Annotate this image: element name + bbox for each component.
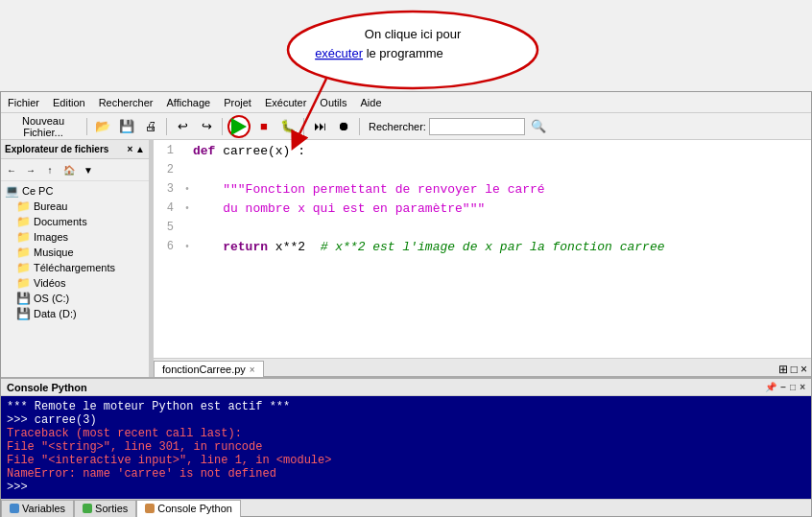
editor-tab-fonctioncarree[interactable]: fonctionCarree.py × <box>154 361 264 377</box>
menubar: Fichier Edition Rechercher Affichage Pro… <box>1 92 811 113</box>
tree-item-osc[interactable]: 💾 OS (C:) <box>3 291 147 306</box>
bottom-tab-console-python[interactable]: Console Python <box>136 500 241 517</box>
line-number-5: 5 <box>157 221 181 234</box>
folder-icon-documents: 📁 <box>16 215 31 228</box>
redo-button[interactable]: ↪ <box>196 116 217 137</box>
content-area: Explorateur de fichiers × ▲ ← → ↑ 🏠 ▼ 💻 … <box>1 140 811 377</box>
console-python-tab-label: Console Python <box>157 503 232 514</box>
drive-icon-c: 💾 <box>16 292 31 305</box>
svg-point-0 <box>288 12 537 88</box>
console-title: Console Python <box>7 382 87 393</box>
editor-close-button[interactable]: × <box>800 363 807 376</box>
sidebar-filter-button[interactable]: ▼ <box>80 161 97 178</box>
tree-label-videos: Vidéos <box>34 277 65 289</box>
tree-item-bureau[interactable]: 📁 Bureau <box>3 199 147 214</box>
sorties-tab-icon <box>83 504 92 513</box>
toolbar-separator-4 <box>303 118 304 135</box>
search-go-button[interactable]: 🔍 <box>528 116 549 137</box>
undo-button[interactable]: ↩ <box>172 116 193 137</box>
bottom-tab-variables[interactable]: Variables <box>1 500 74 517</box>
menu-edition[interactable]: Edition <box>50 97 88 108</box>
code-line-1: 1 def carree(x) : <box>154 144 811 163</box>
menu-aide[interactable]: Aide <box>357 97 384 108</box>
sorties-tab-label: Sorties <box>95 503 128 514</box>
stop-button[interactable]: ■ <box>253 116 275 137</box>
console-area: Console Python 📌 − □ × *** Remote le mot… <box>1 377 811 516</box>
code-line-2: 2 <box>154 163 811 182</box>
console-content[interactable]: *** Remote le moteur Python est actif **… <box>1 396 811 499</box>
breakpoint-button[interactable]: ⏺ <box>333 116 354 137</box>
line-dot-5 <box>181 221 193 223</box>
folder-icon-bureau: 📁 <box>16 200 31 213</box>
tree-item-images[interactable]: 📁 Images <box>3 229 147 245</box>
tree-label-osc: OS (C:) <box>34 293 69 304</box>
search-input[interactable] <box>429 118 525 135</box>
run-button[interactable] <box>227 115 251 138</box>
tree-item-videos[interactable]: 📁 Vidéos <box>3 275 147 291</box>
console-pin-button[interactable]: 📌 <box>765 382 776 392</box>
console-header: Console Python 📌 − □ × <box>1 379 811 396</box>
toolbar-separator-5 <box>359 118 360 135</box>
menu-projet[interactable]: Projet <box>221 97 254 108</box>
sidebar-forward-button[interactable]: → <box>22 161 39 178</box>
tree-label-documents: Documents <box>34 216 87 227</box>
computer-icon: 💻 <box>5 184 19 198</box>
editor-split-button[interactable]: ⊞ <box>778 363 788 376</box>
sidebar-back-button[interactable]: ← <box>3 161 20 178</box>
run-icon <box>231 118 247 135</box>
console-close-button[interactable]: × <box>800 382 805 392</box>
open-button[interactable]: 📂 <box>92 116 113 137</box>
editor-maximize-button[interactable]: □ <box>791 363 798 376</box>
sidebar-home-button[interactable]: 🏠 <box>60 161 78 178</box>
editor-tab-bar: fonctionCarree.py × ⊞ □ × <box>154 358 811 377</box>
svg-text:exécuter
     le programme: exécuter le programme <box>315 46 443 60</box>
code-line-4: 4 • du nombre x qui est en paramètre""" <box>154 201 811 221</box>
tree-item-musique[interactable]: 📁 Musique <box>3 245 147 260</box>
file-explorer-sidebar: Explorateur de fichiers × ▲ ← → ↑ 🏠 ▼ 💻 … <box>1 140 150 377</box>
bottom-tab-sorties[interactable]: Sorties <box>74 500 136 517</box>
line-number-3: 3 <box>157 182 181 196</box>
sidebar-close-button[interactable]: × ▲ <box>127 144 145 154</box>
menu-affichage[interactable]: Affichage <box>164 97 214 108</box>
ide-window: Fichier Edition Rechercher Affichage Pro… <box>0 91 812 517</box>
line-dot-2 <box>181 163 193 165</box>
toolbar-separator-1 <box>86 118 87 135</box>
code-text-3: """Fonction permettant de renvoyer le ca… <box>193 182 807 197</box>
editor-tab-label: fonctionCarree.py <box>162 364 246 375</box>
tree-label-ce-pc: Ce PC <box>22 185 53 197</box>
editor-tab-close[interactable]: × <box>250 364 255 375</box>
console-minimize-button[interactable]: − <box>780 382 786 392</box>
tree-item-telechargements[interactable]: 📁 Téléchargements <box>3 260 147 275</box>
toolbar-separator-3 <box>222 118 223 135</box>
sidebar-toolbar: ← → ↑ 🏠 ▼ <box>1 159 149 181</box>
console-line-4: File "<string>", line 301, in runcode <box>7 440 805 454</box>
line-number-6: 6 <box>157 240 181 253</box>
tree-item-documents[interactable]: 📁 Documents <box>3 214 147 229</box>
step-button[interactable]: ⏭ <box>309 116 330 137</box>
console-header-icons: 📌 − □ × <box>765 382 805 392</box>
line-number-4: 4 <box>157 201 181 215</box>
line-number-1: 1 <box>157 144 181 157</box>
variables-tab-icon <box>10 504 19 513</box>
folder-icon-images: 📁 <box>16 230 31 244</box>
menu-fichier[interactable]: Fichier <box>5 97 42 108</box>
tree-item-datad[interactable]: 💾 Data (D:) <box>3 306 147 321</box>
sidebar-title: Explorateur de fichiers <box>5 144 108 154</box>
console-python-tab-icon <box>145 504 155 513</box>
line-dot-4: • <box>181 201 193 214</box>
debug-button[interactable]: 🐛 <box>277 116 299 137</box>
folder-icon-videos: 📁 <box>16 276 31 290</box>
console-maximize-button[interactable]: □ <box>790 382 796 392</box>
save-button[interactable]: 💾 <box>116 116 137 137</box>
search-label: Rechercher: <box>369 121 426 132</box>
print-button[interactable]: 🖨 <box>140 116 161 137</box>
sidebar-up-button[interactable]: ↑ <box>41 161 59 178</box>
new-file-button[interactable]: Nouveau Fichier... <box>5 116 82 137</box>
menu-rechercher[interactable]: Rechercher <box>96 97 156 108</box>
tree-item-ce-pc[interactable]: 💻 Ce PC <box>3 183 147 199</box>
code-line-3: 3 • """Fonction permettant de renvoyer l… <box>154 182 811 201</box>
editor-content[interactable]: 1 def carree(x) : 2 3 • """Fonction perm… <box>154 140 811 358</box>
menu-outils[interactable]: Outils <box>317 97 349 108</box>
console-line-7: >>> <box>7 481 805 494</box>
menu-executer[interactable]: Exécuter <box>262 97 309 108</box>
